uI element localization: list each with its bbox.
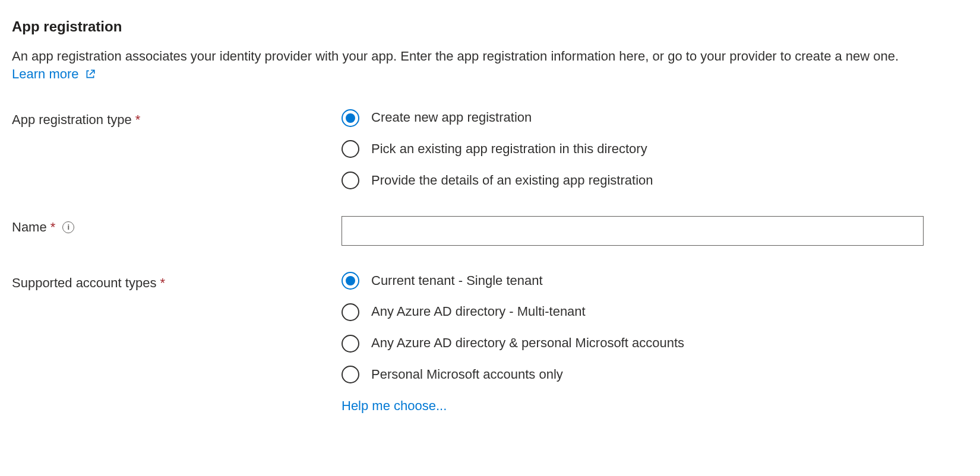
radio-single-tenant[interactable]: Current tenant - Single tenant	[342, 272, 968, 290]
section-description: An app registration associates your iden…	[12, 47, 932, 85]
radio-label: Current tenant - Single tenant	[371, 272, 543, 290]
radio-label: Personal Microsoft accounts only	[371, 366, 563, 384]
name-label-text: Name	[12, 218, 47, 237]
external-link-icon	[85, 66, 96, 85]
radio-icon	[342, 366, 359, 383]
description-text: An app registration associates your iden…	[12, 49, 899, 64]
learn-more-link[interactable]: Learn more	[12, 66, 96, 81]
name-input[interactable]	[342, 216, 924, 246]
required-indicator: *	[135, 111, 141, 129]
radio-icon	[342, 109, 359, 127]
required-indicator: *	[50, 218, 56, 237]
radio-label: Pick an existing app registration in thi…	[371, 140, 647, 158]
radio-any-and-personal[interactable]: Any Azure AD directory & personal Micros…	[342, 334, 968, 353]
learn-more-text: Learn more	[12, 66, 79, 81]
radio-icon	[342, 335, 359, 353]
registration-type-label-text: App registration type	[12, 111, 132, 129]
account-types-radio-group: Current tenant - Single tenant Any Azure…	[342, 272, 968, 384]
radio-create-new[interactable]: Create new app registration	[342, 109, 968, 127]
registration-type-label: App registration type *	[12, 109, 342, 129]
radio-multi-tenant[interactable]: Any Azure AD directory - Multi-tenant	[342, 303, 968, 321]
account-types-label: Supported account types *	[12, 272, 342, 293]
radio-personal-only[interactable]: Personal Microsoft accounts only	[342, 366, 968, 384]
radio-label: Provide the details of an existing app r…	[371, 172, 653, 190]
radio-label: Any Azure AD directory - Multi-tenant	[371, 303, 586, 321]
radio-label: Any Azure AD directory & personal Micros…	[371, 334, 684, 353]
name-label: Name * i	[12, 216, 342, 237]
radio-icon	[342, 140, 359, 158]
radio-provide-details[interactable]: Provide the details of an existing app r…	[342, 172, 968, 190]
radio-icon	[342, 303, 359, 321]
registration-type-radio-group: Create new app registration Pick an exis…	[342, 109, 968, 189]
radio-label: Create new app registration	[371, 109, 532, 127]
section-title: App registration	[12, 17, 968, 37]
field-row-name: Name * i	[12, 216, 968, 246]
help-me-choose-link[interactable]: Help me choose...	[342, 397, 447, 415]
required-indicator: *	[160, 274, 165, 293]
account-types-label-text: Supported account types	[12, 274, 156, 293]
info-icon[interactable]: i	[62, 221, 74, 233]
field-row-account-types: Supported account types * Current tenant…	[12, 272, 968, 415]
radio-icon	[342, 172, 359, 189]
radio-pick-existing[interactable]: Pick an existing app registration in thi…	[342, 140, 968, 158]
field-row-registration-type: App registration type * Create new app r…	[12, 109, 968, 189]
radio-icon	[342, 272, 359, 290]
